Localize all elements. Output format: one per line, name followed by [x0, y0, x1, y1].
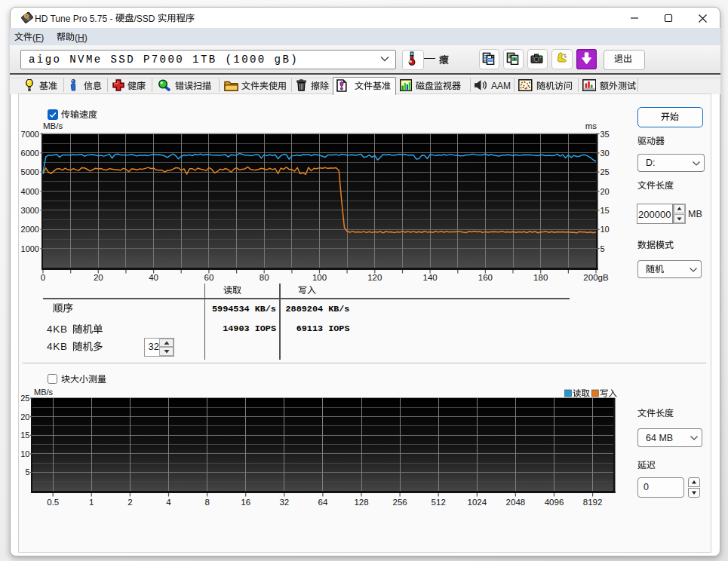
svg-text:0: 0 — [41, 273, 45, 282]
svg-text:35: 35 — [601, 130, 610, 139]
svg-text:20: 20 — [601, 187, 610, 196]
svg-text:3000: 3000 — [21, 206, 39, 215]
svg-text:5: 5 — [601, 244, 605, 253]
svg-text:8192: 8192 — [583, 498, 603, 507]
svg-text:180: 180 — [533, 273, 548, 282]
svg-text:1: 1 — [89, 498, 94, 507]
svg-text:20: 20 — [94, 273, 103, 282]
svg-text:40: 40 — [149, 273, 158, 282]
svg-text:16: 16 — [241, 498, 250, 507]
svg-text:160: 160 — [478, 273, 493, 282]
svg-text:1024: 1024 — [468, 498, 487, 507]
svg-text:20: 20 — [20, 412, 29, 422]
svg-text:10: 10 — [20, 449, 29, 458]
svg-text:7000: 7000 — [21, 130, 39, 139]
svg-text:256: 256 — [393, 498, 407, 507]
svg-text:6000: 6000 — [21, 149, 39, 158]
svg-text:0.5: 0.5 — [47, 498, 59, 507]
svg-text:MB/s: MB/s — [34, 388, 54, 397]
svg-text:5000: 5000 — [21, 167, 39, 176]
svg-text:ms: ms — [585, 121, 597, 130]
svg-text:128: 128 — [354, 498, 368, 507]
svg-text:200gB: 200gB — [583, 273, 609, 282]
svg-text:4096: 4096 — [545, 498, 564, 507]
svg-text:25: 25 — [601, 167, 610, 176]
svg-text:2000: 2000 — [21, 225, 39, 234]
svg-text:2: 2 — [127, 498, 132, 507]
svg-text:25: 25 — [20, 394, 29, 403]
svg-text:32: 32 — [279, 498, 289, 507]
svg-text:4: 4 — [166, 498, 171, 507]
svg-text:512: 512 — [432, 498, 446, 507]
svg-text:100: 100 — [312, 273, 327, 282]
svg-text:64: 64 — [318, 498, 328, 507]
svg-text:15: 15 — [601, 206, 610, 215]
svg-text:140: 140 — [423, 273, 438, 282]
svg-text:120: 120 — [367, 273, 382, 282]
svg-text:8: 8 — [204, 498, 209, 507]
svg-text:MB/s: MB/s — [43, 121, 63, 130]
svg-text:10: 10 — [601, 225, 610, 234]
svg-text:80: 80 — [260, 273, 269, 282]
svg-text:5: 5 — [25, 468, 29, 477]
svg-text:1000: 1000 — [21, 244, 39, 253]
svg-text:2048: 2048 — [506, 498, 526, 507]
svg-text:4000: 4000 — [21, 187, 39, 196]
svg-text:30: 30 — [601, 149, 610, 158]
svg-text:60: 60 — [204, 273, 214, 282]
svg-text:15: 15 — [20, 431, 29, 440]
